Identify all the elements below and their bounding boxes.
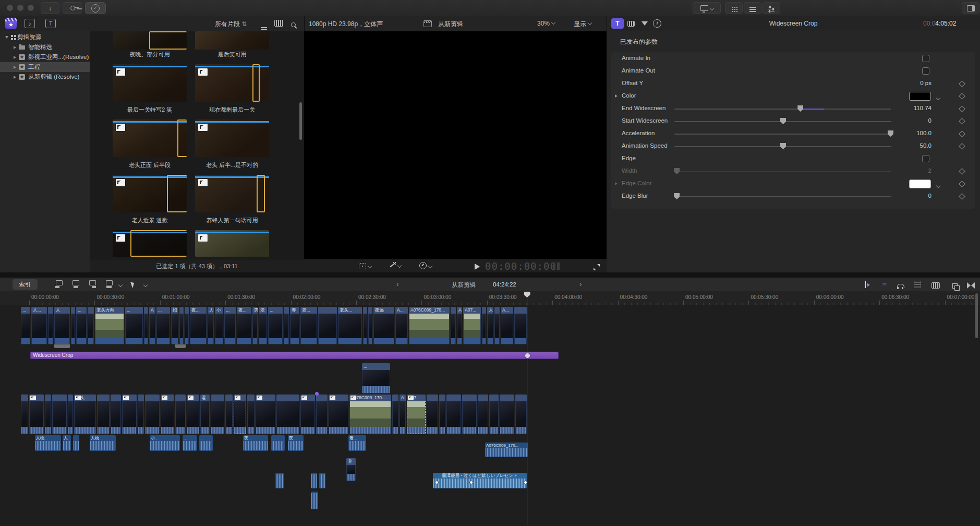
pane-split-divider[interactable] bbox=[0, 272, 980, 278]
widescreen-crop-title-clip[interactable]: Widescreen Crop bbox=[30, 352, 559, 359]
toggle-inspector-pane-button[interactable] bbox=[962, 2, 979, 14]
window-minimize-button[interactable] bbox=[17, 5, 23, 11]
timeline-clip[interactable]: 老头... bbox=[338, 307, 362, 344]
timeline-clip[interactable]: A076C009_170... bbox=[409, 307, 450, 344]
timeline-clip[interactable]: A07... bbox=[407, 394, 426, 434]
selection-range[interactable] bbox=[130, 230, 187, 257]
timeline-clip[interactable]: 老... bbox=[122, 394, 137, 434]
timeline-clip[interactable]: 夜... bbox=[190, 307, 207, 344]
param-color-swatch[interactable] bbox=[909, 180, 931, 188]
param-checkbox[interactable] bbox=[922, 55, 929, 62]
timeline-clip[interactable] bbox=[439, 394, 445, 434]
selection-range[interactable] bbox=[257, 175, 265, 212]
effects-browser-button[interactable] bbox=[952, 281, 958, 291]
transform-overlay-button[interactable] bbox=[359, 262, 371, 271]
param-checkbox[interactable] bbox=[922, 155, 929, 162]
timeline-clip[interactable] bbox=[427, 394, 438, 434]
timeline-clip[interactable]: 老 bbox=[259, 307, 267, 344]
param-value[interactable]: 100.0 bbox=[890, 130, 931, 136]
timeline-clip[interactable]: 老... bbox=[256, 394, 275, 434]
timeline-clip[interactable]: 人 bbox=[54, 307, 70, 344]
timeline-clip[interactable] bbox=[514, 307, 527, 344]
timeline-clip[interactable] bbox=[111, 394, 121, 434]
timeline-clip[interactable]: A bbox=[457, 307, 462, 344]
sidebar-item-4[interactable]: ★从新剪辑 (Resolve) bbox=[0, 72, 103, 82]
keyframe-marker[interactable] bbox=[315, 392, 319, 396]
param-value[interactable]: 0 bbox=[890, 117, 931, 124]
list-layout-button[interactable] bbox=[744, 2, 761, 14]
library-tab-button[interactable]: ★ bbox=[5, 18, 17, 29]
chevron-down-icon[interactable] bbox=[935, 94, 940, 103]
timeline-clip[interactable]: 养 bbox=[346, 458, 356, 481]
fade-handle[interactable] bbox=[469, 481, 473, 484]
browser-clip-thumbnail[interactable] bbox=[195, 230, 269, 257]
clip-appearance-button[interactable] bbox=[261, 21, 267, 30]
audio-clip[interactable]: ... bbox=[183, 435, 197, 451]
background-tasks-button[interactable]: ✓ bbox=[85, 2, 106, 14]
timeline-clip[interactable] bbox=[316, 394, 328, 434]
audio-clip[interactable]: A076C009_170... bbox=[485, 443, 528, 457]
timeline-clip[interactable]: 老 bbox=[234, 394, 246, 434]
timeline-clip[interactable] bbox=[318, 307, 337, 344]
tab-info-inspector[interactable]: i bbox=[651, 18, 663, 29]
crop-bar-playhead-circle[interactable] bbox=[525, 353, 530, 358]
timeline-clip[interactable]: ... bbox=[300, 394, 315, 434]
param-slider-thumb[interactable] bbox=[674, 168, 680, 174]
disclosure-down-icon[interactable] bbox=[5, 36, 8, 39]
audio-clip[interactable]: 人 bbox=[63, 435, 71, 451]
timeline-clip[interactable]: A... bbox=[501, 307, 513, 344]
param-slider-track[interactable] bbox=[674, 109, 891, 110]
audio-clip[interactable]: ... bbox=[271, 435, 285, 451]
browser-clip-thumbnail[interactable] bbox=[195, 119, 269, 157]
connect-edit-button[interactable] bbox=[55, 280, 63, 288]
fullscreen-button[interactable] bbox=[594, 263, 600, 272]
music-audio-clip[interactable] bbox=[311, 473, 317, 488]
keyframe-diamond-icon[interactable] bbox=[959, 118, 965, 125]
timeline-clip[interactable] bbox=[97, 394, 110, 434]
viewer-zoom-dropdown[interactable]: 30% bbox=[537, 20, 555, 27]
browser-clip-thumbnail[interactable] bbox=[113, 230, 187, 257]
timeline-clip[interactable] bbox=[500, 394, 514, 434]
previous-project-button[interactable]: ‹ bbox=[396, 280, 398, 288]
audio-skimming-toggle-button[interactable]: ♒ bbox=[881, 281, 887, 288]
selection-range[interactable] bbox=[149, 31, 187, 50]
window-zoom-button[interactable] bbox=[28, 5, 34, 11]
lock-button[interactable] bbox=[63, 2, 82, 14]
browser-clip-thumbnail[interactable] bbox=[195, 31, 269, 50]
music-clip[interactable]: 藤澤慶昌 - 泣くほど嬉しいプレゼント bbox=[433, 473, 527, 488]
enhancements-button[interactable] bbox=[389, 261, 401, 271]
timeline-clip[interactable] bbox=[247, 394, 255, 434]
timeline-clip[interactable]: 老头... bbox=[74, 394, 96, 434]
append-edit-button[interactable] bbox=[89, 280, 96, 288]
tool-select-button[interactable] bbox=[131, 281, 135, 290]
keyframe-diamond-icon[interactable] bbox=[959, 80, 965, 87]
timeline-clip[interactable]: 男 bbox=[252, 307, 258, 344]
param-value[interactable]: 0 bbox=[890, 193, 931, 199]
timeline-clip[interactable]: 人 bbox=[208, 307, 214, 344]
browser-layout-button[interactable] bbox=[725, 2, 743, 14]
snapping-toggle-button[interactable] bbox=[914, 281, 921, 290]
clip-filter-dropdown[interactable]: 所有片段 ⇅ bbox=[215, 20, 247, 29]
play-button[interactable] bbox=[475, 262, 480, 272]
audio-clip[interactable]: 人物... bbox=[90, 435, 116, 451]
timeline-clip[interactable] bbox=[144, 307, 148, 344]
selection-range[interactable] bbox=[177, 119, 187, 157]
keyframe-diamond-icon[interactable] bbox=[959, 143, 965, 150]
timeline-clip[interactable]: 老... bbox=[300, 307, 317, 344]
timeline-clip[interactable] bbox=[494, 307, 500, 344]
disclosure-right-icon[interactable] bbox=[615, 94, 618, 98]
sidebar-item-2[interactable]: ★影视工业网...(Resolve) bbox=[0, 52, 103, 62]
audio-clip[interactable]: 夜... bbox=[288, 435, 304, 451]
timeline-index-button[interactable]: 索引 bbox=[13, 279, 38, 290]
audio-clip[interactable]: 夜... bbox=[243, 435, 268, 451]
param-value[interactable]: 0 px bbox=[890, 80, 931, 86]
transitions-browser-button[interactable] bbox=[967, 281, 971, 291]
timeline-clip[interactable]: 夜... bbox=[237, 307, 251, 344]
filmstrip-view-button[interactable] bbox=[274, 19, 283, 29]
param-value[interactable]: 2 bbox=[890, 168, 931, 174]
audio-meter-icon[interactable] bbox=[553, 262, 555, 270]
sidebar-item-library-root[interactable]: 剪辑资源 bbox=[0, 32, 95, 42]
skimming-toggle-button[interactable] bbox=[865, 281, 866, 290]
timeline-clip[interactable]: 小 bbox=[215, 307, 223, 344]
timeline-clip[interactable]: ... bbox=[268, 307, 283, 344]
